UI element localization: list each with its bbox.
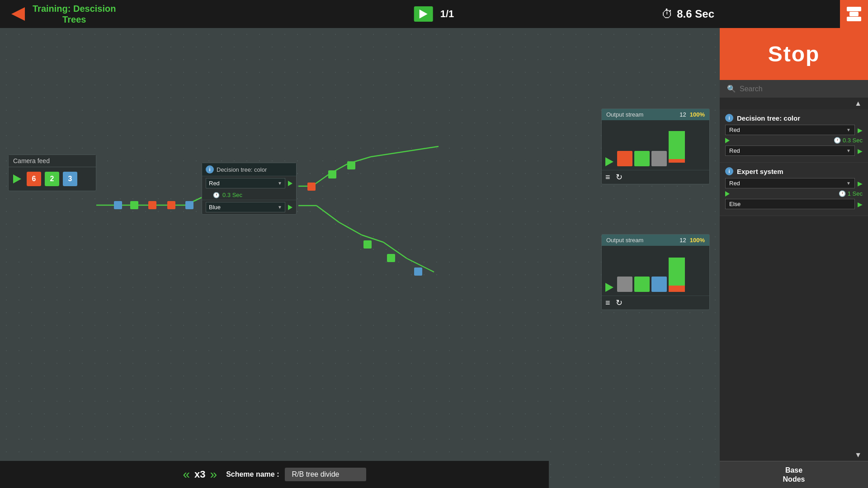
multiplier-decrease-button[interactable]: « <box>183 467 190 482</box>
output2-header: Output stream 12 100% <box>602 235 709 246</box>
output2-play-icon <box>605 283 613 292</box>
play-button[interactable] <box>414 6 433 22</box>
sidebar-item1-header: i Decision tree: color <box>725 114 863 122</box>
counter-display: 1/1 <box>440 8 454 20</box>
output2-icons: ≡ ↻ <box>602 296 709 310</box>
base-nodes-button[interactable]: BaseNodes <box>720 461 868 488</box>
canvas-area[interactable]: Camera feed 6 2 3 i Decision tree: color… <box>0 28 720 488</box>
sidebar-scroll-down-icon[interactable]: ▼ <box>854 451 862 459</box>
sidebar-item2-header: i Expert system <box>725 167 863 175</box>
search-icon: 🔍 <box>727 84 736 93</box>
decision-play1-icon <box>288 181 292 186</box>
sidebar-item1-timer-row: 🕐 0.3 Sec <box>725 137 863 144</box>
multiplier-value: x3 <box>194 469 205 480</box>
scheme-name-label: Scheme name : <box>226 470 279 479</box>
svg-line-14 <box>371 146 439 157</box>
chain-sq-5 <box>185 201 193 209</box>
play-icon <box>420 9 428 19</box>
decision-color2-select[interactable]: Blue ▼ <box>206 202 285 212</box>
search-input[interactable] <box>740 85 861 93</box>
decision-row2: Blue ▼ <box>202 200 296 214</box>
output2-layers-icon[interactable]: ≡ <box>605 298 610 308</box>
page-title: Training: Descision Trees <box>33 3 116 25</box>
sidebar-item1-arrow2[interactable]: ▶ <box>858 147 863 155</box>
bottom-bar: « x3 » Scheme name : R/B tree divide <box>0 461 549 488</box>
scheme-name-value[interactable]: R/B tree divide <box>285 468 366 481</box>
sidebar-item1-color1-select[interactable]: Red ▼ <box>725 125 855 135</box>
decision-tree-node[interactable]: i Decision tree: color Red ▼ 🕐 0.3 Sec B… <box>202 163 297 215</box>
output-node-1[interactable]: Output stream 12 100% ≡ <box>601 108 710 184</box>
multiplier-increase-button[interactable]: » <box>210 467 217 482</box>
sidebar-item2-timer-row: 🕐 1 Sec <box>725 190 863 197</box>
timer-value: 8.6 Sec <box>677 8 714 20</box>
sidebar-item2-arrow1[interactable]: ▶ <box>858 180 863 187</box>
stop-button[interactable]: Stop <box>720 28 868 80</box>
decision-info-badge: i <box>206 165 214 174</box>
output1-percent: 100% <box>690 111 705 118</box>
path2-sq1 <box>363 240 372 249</box>
main-layout: Camera feed 6 2 3 i Decision tree: color… <box>0 28 868 488</box>
timer-icon: ⏱ <box>661 7 673 21</box>
output2-stats: 12 100% <box>679 237 705 244</box>
output-node-2[interactable]: Output stream 12 100% ≡ <box>601 234 710 310</box>
output1-swatch-red <box>617 151 632 166</box>
output2-count: 12 <box>679 237 686 244</box>
chain-sq-2 <box>130 201 138 209</box>
sidebar-scroll-up-icon[interactable]: ▲ <box>854 99 862 108</box>
output2-body <box>602 246 709 296</box>
output1-swatch-green <box>634 151 650 166</box>
sidebar-item-expert-system[interactable]: i Expert system Red ▼ ▶ 🕐 1 Sec Else <box>720 163 868 216</box>
sidebar-item1-arrow1[interactable]: ▶ <box>858 127 863 134</box>
output1-count: 12 <box>679 111 686 118</box>
sidebar-item1-row2: Red ▼ ▶ <box>725 145 863 156</box>
sidebar-item1-title: Decision tree: color <box>737 114 863 122</box>
output1-refresh-icon[interactable]: ↻ <box>616 172 623 182</box>
output2-refresh-icon[interactable]: ↻ <box>616 298 623 308</box>
output1-header: Output stream 12 100% <box>602 109 709 120</box>
camera-feed-node[interactable]: Camera feed 6 2 3 <box>8 155 96 191</box>
svg-marker-0 <box>11 7 25 21</box>
decision-timer-row: 🕐 0.3 Sec <box>202 190 296 200</box>
sidebar-item1-row1: Red ▼ ▶ <box>725 125 863 135</box>
badge-2: 2 <box>45 172 59 186</box>
decision-row1: Red ▼ <box>202 176 296 190</box>
output1-bar <box>669 130 685 166</box>
svg-rect-3 <box>849 12 859 16</box>
output1-swatch-gray <box>651 151 667 166</box>
sidebar-item1-info-badge: i <box>725 114 733 122</box>
sidebar-item1-play-icon <box>725 138 730 143</box>
sidebar-item2-play-icon <box>725 191 730 197</box>
base-nodes-label: BaseNodes <box>783 466 805 483</box>
right-sidebar: Stop 🔍 ▲ i Decision tree: color Red ▼ ▶ <box>720 28 868 488</box>
svg-rect-2 <box>847 17 861 21</box>
sidebar-item2-info-badge: i <box>725 167 733 175</box>
corner-button[interactable] <box>840 0 868 28</box>
output2-title: Output stream <box>606 237 643 244</box>
scheme-area: Scheme name : R/B tree divide <box>226 468 366 481</box>
decision-play2-icon <box>288 205 292 210</box>
path1-sq2 <box>328 170 336 178</box>
camera-play-icon <box>13 174 21 183</box>
header: Training: Descision Trees 1/1 ⏱ 8.6 Sec <box>0 0 868 28</box>
decision-node-title: Decision tree: color <box>217 166 267 173</box>
output1-icons: ≡ ↻ <box>602 170 709 184</box>
sidebar-item2-color1-select[interactable]: Red ▼ <box>725 178 855 188</box>
sidebar-item1-color2-select[interactable]: Red ▼ <box>725 145 855 156</box>
output1-play-icon <box>605 157 613 166</box>
multiplier-area: « x3 » <box>183 467 217 482</box>
sidebar-item2-row2: Else ▶ <box>725 199 863 209</box>
camera-node-body: 6 2 3 <box>9 167 96 191</box>
output1-body <box>602 120 709 170</box>
search-bar: 🔍 <box>720 80 868 98</box>
back-button[interactable] <box>7 3 29 25</box>
sidebar-item2-arrow2[interactable]: ▶ <box>858 201 863 208</box>
path1-sq3 <box>347 161 355 169</box>
output1-title: Output stream <box>606 111 643 118</box>
chain-sq-4 <box>167 201 175 209</box>
decision-color1-select[interactable]: Red ▼ <box>206 178 285 188</box>
timer-area: ⏱ 8.6 Sec <box>661 7 714 21</box>
sidebar-item-decision-tree[interactable]: i Decision tree: color Red ▼ ▶ 🕐 0.3 Sec <box>720 109 868 163</box>
output1-layers-icon[interactable]: ≡ <box>605 173 610 182</box>
svg-line-16 <box>316 206 339 222</box>
sidebar-item2-color2-select[interactable]: Else <box>725 199 855 209</box>
